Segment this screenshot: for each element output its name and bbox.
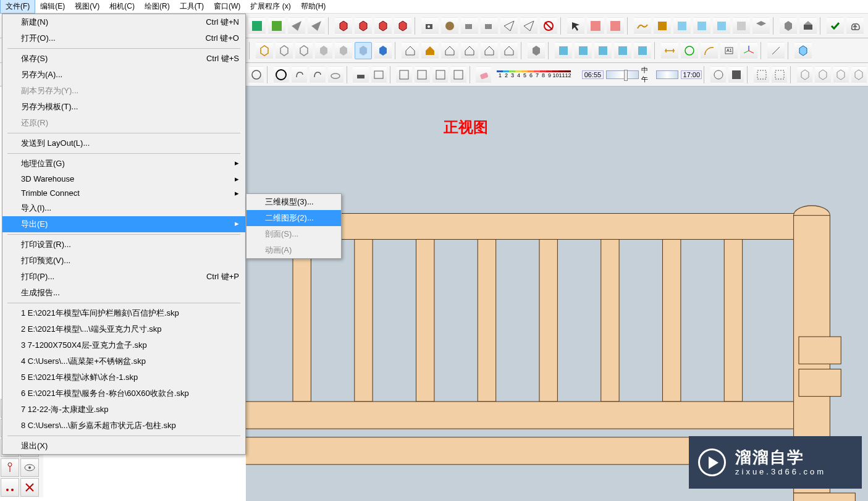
sidetool-walk[interactable] — [1, 478, 19, 497]
tb-box7-icon[interactable] — [374, 42, 392, 59]
tb-r3-h-icon[interactable] — [851, 66, 867, 83]
tb-lay1-icon[interactable] — [555, 42, 572, 59]
tb-box5-icon[interactable] — [335, 42, 352, 59]
tb-r3-11-icon[interactable] — [450, 66, 466, 83]
menu-recent-7[interactable]: 7 12-22-海-太康建业.skp — [2, 402, 245, 418]
tb-tape-icon[interactable] — [767, 42, 785, 59]
tb-r3-10-icon[interactable] — [432, 66, 448, 83]
tb-sand1-icon[interactable] — [634, 17, 651, 35]
menu-ext[interactable]: 扩展程序 (x) — [245, 0, 295, 13]
tb-house3-icon[interactable] — [441, 42, 458, 59]
tb-cube-icon[interactable] — [794, 42, 812, 59]
sidetool-eye[interactable] — [20, 458, 39, 477]
tb-box1-icon[interactable] — [256, 42, 273, 59]
tb-sand4-icon[interactable] — [693, 17, 710, 35]
menu-recent-1[interactable]: 1 E:\2021年模型\车间护栏雕刻\百信护栏.skp — [2, 305, 245, 321]
tb-r3-1-icon[interactable] — [248, 66, 264, 83]
menu-window[interactable]: 窗口(W) — [209, 0, 245, 13]
tb-r3-2-icon[interactable] — [274, 66, 289, 83]
tb-r3-g-icon[interactable] — [833, 66, 849, 83]
tb-send2-icon[interactable] — [308, 17, 325, 35]
sidetool-x[interactable] — [20, 478, 39, 497]
tb-lay4-icon[interactable] — [614, 42, 631, 59]
tb-cam2-icon[interactable] — [441, 17, 458, 35]
export-3d[interactable]: 三维模型(3)... — [246, 194, 341, 210]
tb-comp4-icon[interactable] — [394, 17, 411, 35]
tb-send-icon[interactable] — [288, 17, 305, 35]
tb-r3-a-icon[interactable] — [710, 66, 726, 83]
tb-sand6-icon[interactable] — [733, 17, 750, 35]
tb-r3-7-icon[interactable] — [371, 66, 387, 83]
time-end[interactable]: 17:00 — [681, 70, 702, 79]
menu-help[interactable]: 帮助(H) — [296, 0, 331, 13]
tb-eraser-icon[interactable] — [476, 66, 491, 83]
tb-house5-icon[interactable] — [481, 42, 498, 59]
tb-r3-c-icon[interactable] — [754, 66, 769, 83]
menu-new[interactable]: 新建(N)Ctrl 键+N — [2, 14, 245, 30]
time-start[interactable]: 06:55 — [582, 70, 603, 79]
menu-printsetup[interactable]: 打印设置(R)... — [2, 237, 245, 253]
menu-save[interactable]: 保存(S)Ctrl 键+S — [2, 51, 245, 67]
tb-cam5-icon[interactable] — [500, 17, 518, 35]
tb-map-icon[interactable] — [268, 17, 285, 35]
tb-cam7-icon[interactable] — [540, 17, 557, 35]
tb-cam3-icon[interactable] — [461, 17, 478, 35]
menu-recent-2[interactable]: 2 E:\2021年模型\...\端头亚克力尺寸.skp — [2, 321, 245, 337]
tb-sand2-icon[interactable] — [654, 17, 671, 35]
menu-open[interactable]: 打开(O)...Ctrl 键+O — [2, 30, 245, 46]
tb-sel2-icon[interactable] — [587, 17, 604, 35]
tb-cloud-icon[interactable] — [846, 17, 864, 35]
menu-import[interactable]: 导入(I)... — [2, 200, 245, 216]
tb-comp1-icon[interactable] — [335, 17, 352, 35]
tb-box2-icon[interactable] — [276, 42, 293, 59]
tb-sand5-icon[interactable] — [713, 17, 730, 35]
menu-camera[interactable]: 相机(C) — [104, 0, 140, 13]
tb-r3-9-icon[interactable] — [415, 66, 430, 83]
tb-house6-icon[interactable] — [500, 42, 518, 59]
menu-geoloc[interactable]: 地理位置(G)▸ — [2, 156, 245, 172]
menu-recent-3[interactable]: 3 7-1200X750X4层-亚克力盒子.skp — [2, 337, 245, 353]
menu-printprev[interactable]: 打印预览(V)... — [2, 253, 245, 269]
tb-house4-icon[interactable] — [461, 42, 478, 59]
menu-exit[interactable]: 退出(X) — [2, 438, 245, 454]
tb-r3-8-icon[interactable] — [396, 66, 411, 83]
menu-tools[interactable]: 工具(T) — [175, 0, 209, 13]
menu-export[interactable]: 导出(E)▸ — [2, 216, 245, 232]
tb-cam4-icon[interactable] — [481, 17, 498, 35]
tb-cam1-icon[interactable] — [421, 17, 439, 35]
tb-r3-f-icon[interactable] — [815, 66, 830, 83]
tb-r3-6-icon[interactable] — [353, 66, 368, 83]
tb-sand7-icon[interactable] — [752, 17, 770, 35]
menu-savetpl[interactable]: 另存为模板(T)... — [2, 99, 245, 115]
tb-dim2-icon[interactable] — [681, 42, 698, 59]
tb-axes-icon[interactable] — [740, 42, 757, 59]
menu-file[interactable]: 文件(F) — [0, 0, 35, 14]
tb-wh2-icon[interactable] — [799, 17, 817, 35]
menu-edit[interactable]: 编辑(E) — [35, 0, 70, 13]
tb-comp2-icon[interactable] — [355, 17, 372, 35]
tb-r3-e-icon[interactable] — [797, 66, 812, 83]
menu-sendlayout[interactable]: 发送到 LayOut(L)... — [2, 135, 245, 151]
tb-solid-icon[interactable] — [528, 42, 545, 59]
tb-house2-icon[interactable] — [421, 42, 439, 59]
tb-geo-icon[interactable] — [248, 17, 266, 35]
tb-sel3-icon[interactable] — [607, 17, 624, 35]
tb-r3-3-icon[interactable] — [292, 66, 307, 83]
tb-r3-b-icon[interactable] — [728, 66, 744, 83]
tb-box3-icon[interactable] — [295, 42, 313, 59]
menu-print[interactable]: 打印(P)...Ctrl 键+P — [2, 269, 245, 285]
menu-recent-6[interactable]: 6 E:\2021年模型\服务台-称台\60X60收款台.skp — [2, 385, 245, 402]
menu-3dwh[interactable]: 3D Warehouse▸ — [2, 172, 245, 186]
menu-recent-5[interactable]: 5 E:\2021年模型\冰鲜\冰台-1.skp — [2, 369, 245, 385]
tb-lay2-icon[interactable] — [575, 42, 592, 59]
tb-r3-4-icon[interactable] — [310, 66, 325, 83]
menu-view[interactable]: 视图(V) — [70, 0, 104, 13]
tb-sel1-icon[interactable] — [567, 17, 584, 35]
shadow-timebar[interactable]: 1 2 3 4 5 6 7 8 9 10 11 12 — [497, 68, 571, 82]
time-slider[interactable] — [606, 70, 639, 79]
viewport[interactable]: 正视图 溜溜自学 — [246, 86, 868, 501]
tb-lay3-icon[interactable] — [594, 42, 612, 59]
tb-dim4-icon[interactable]: A1 — [720, 42, 738, 59]
menu-saveas[interactable]: 另存为(A)... — [2, 67, 245, 83]
tb-cam6-icon[interactable] — [520, 17, 537, 35]
